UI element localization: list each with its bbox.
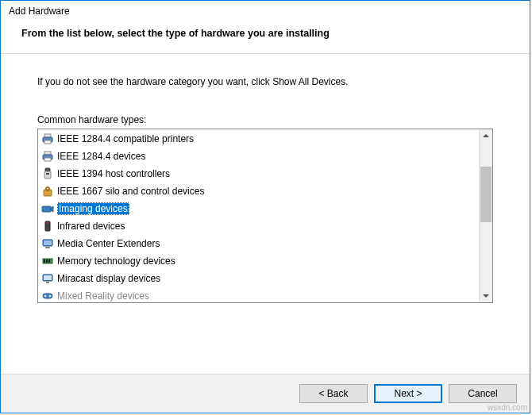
svg-rect-19	[44, 259, 45, 263]
list-item-label: Memory technology devices	[57, 256, 175, 267]
list-item[interactable]: Memory technology devices	[38, 252, 479, 270]
next-button[interactable]: Next >	[374, 384, 442, 403]
svg-rect-17	[45, 247, 50, 248]
svg-point-27	[49, 295, 52, 298]
svg-rect-7	[44, 171, 51, 179]
list-item-label: IEEE 1394 host controllers	[57, 168, 170, 179]
list-item-label: Infrared devices	[57, 221, 125, 232]
list-item-label: IEEE 1284.4 devices	[57, 151, 145, 162]
add-hardware-wizard-window: Add Hardware From the list below, select…	[0, 0, 530, 413]
cancel-button[interactable]: Cancel	[449, 384, 517, 403]
media-extender-icon	[41, 237, 54, 250]
scroll-thumb[interactable]	[480, 167, 492, 222]
list-item-label: Miracast display devices	[57, 273, 160, 284]
memory-icon	[41, 255, 54, 267]
wizard-footer: < Back Next > Cancel	[1, 374, 530, 413]
back-button[interactable]: < Back	[299, 384, 368, 403]
svg-point-26	[44, 295, 47, 298]
wizard-body: If you do not see the hardware category …	[1, 54, 530, 374]
svg-rect-21	[48, 259, 50, 263]
list-item-label: Media Center Extenders	[57, 238, 160, 249]
svg-rect-0	[44, 134, 51, 137]
window-title: Add Hardware	[1, 1, 530, 20]
svg-rect-24	[46, 282, 49, 283]
watermark: wsxdn.com	[488, 403, 527, 412]
infrared-icon	[41, 220, 54, 232]
list-item[interactable]: IEEE 1284.4 devices	[38, 148, 479, 165]
svg-rect-23	[44, 275, 52, 280]
list-item[interactable]: IEEE 1667 silo and control devices	[38, 183, 479, 200]
silo-icon	[41, 185, 54, 198]
list-item-label: Imaging devices	[57, 202, 129, 215]
firewire-icon	[41, 167, 54, 180]
svg-rect-10	[46, 187, 49, 190]
scroll-down-button[interactable]	[480, 289, 492, 302]
list-item[interactable]: Mixed Reality devices	[38, 287, 479, 302]
scroll-up-button[interactable]	[480, 129, 492, 143]
chevron-up-icon	[483, 134, 489, 138]
list-item-label: IEEE 1284.4 compatible printers	[57, 133, 194, 144]
list-item[interactable]: IEEE 1394 host controllers	[38, 165, 479, 183]
wizard-header: From the list below, select the type of …	[1, 20, 530, 54]
list-item[interactable]: Infrared devices	[38, 217, 479, 235]
list-item[interactable]: Media Center Extenders	[38, 235, 479, 252]
list-item[interactable]: IEEE 1284.4 compatible printers	[38, 130, 479, 148]
chevron-down-icon	[483, 294, 489, 298]
scroll-track[interactable]	[480, 143, 492, 289]
display-icon	[41, 272, 54, 285]
printer-icon	[41, 150, 54, 163]
svg-rect-20	[46, 259, 48, 263]
svg-rect-2	[44, 140, 51, 144]
svg-rect-3	[44, 152, 51, 155]
list-item[interactable]: Miracast display devices	[38, 270, 479, 287]
svg-rect-11	[42, 206, 51, 212]
mixed-reality-icon	[41, 290, 54, 302]
svg-rect-8	[46, 173, 49, 175]
list-label: Common hardware types:	[37, 114, 493, 125]
svg-rect-16	[44, 240, 52, 245]
instruction-text: If you do not see the hardware category …	[37, 76, 493, 87]
hardware-types-listbox[interactable]: IEEE 1284.4 compatible printersIEEE 1284…	[37, 129, 493, 303]
list-item-label: IEEE 1667 silo and control devices	[57, 186, 204, 197]
list-item[interactable]: Imaging devices	[38, 200, 479, 217]
printer-icon	[41, 133, 54, 145]
scrollbar[interactable]	[479, 129, 492, 302]
svg-rect-6	[45, 168, 50, 171]
page-title: From the list below, select the type of …	[21, 28, 509, 39]
svg-rect-5	[44, 158, 51, 161]
camera-icon	[41, 202, 54, 215]
list-item-label: Mixed Reality devices	[57, 290, 149, 302]
svg-point-14	[47, 222, 48, 224]
